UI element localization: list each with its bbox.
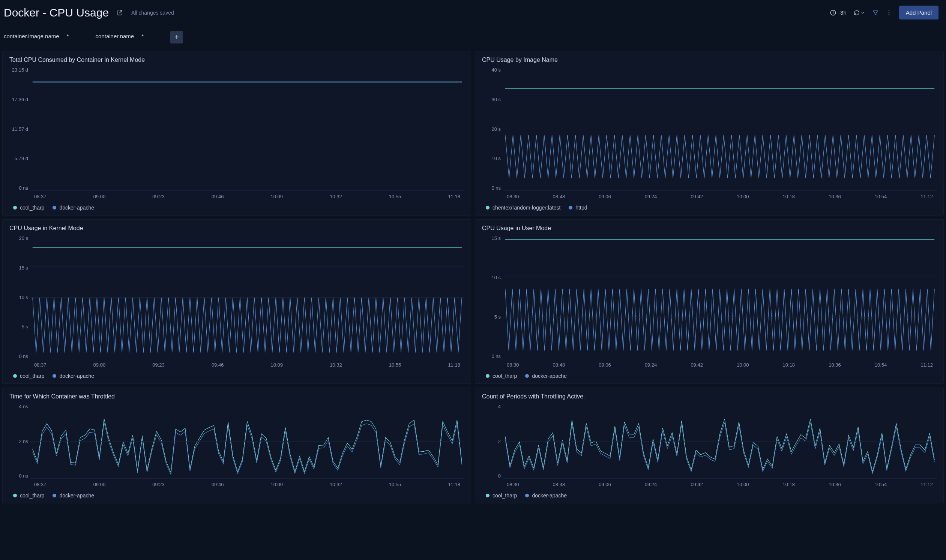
legend-label: docker-apache [532,492,567,498]
plot[interactable] [30,67,464,191]
y-tick: 10 s [491,275,501,280]
filters-bar: container.image.name * container.name * … [0,23,946,51]
time-range-picker[interactable]: -3h [830,9,847,16]
plot[interactable] [30,404,464,478]
plot[interactable] [503,235,937,359]
legend-item[interactable]: cool_tharp [13,492,44,498]
share-icon[interactable] [116,9,124,17]
panel-cpu-user-mode[interactable]: CPU Usage in User Mode15 s10 s5 s0 ns08:… [475,219,944,384]
y-tick: 20 s [19,235,28,241]
plot[interactable] [503,67,937,191]
grid-line [503,191,937,191]
x-tick: 09:00 [93,482,106,487]
x-tick: 08:48 [553,482,565,487]
legend-item[interactable]: chentex/random-logger:latest [486,205,560,211]
legend-item[interactable]: cool_tharp [13,205,44,211]
panel-throttle-periods[interactable]: Count of Periods with Throttling Active.… [475,388,944,503]
legend-item[interactable]: docker-apache [52,492,94,498]
legend-item[interactable]: docker-apache [525,492,567,498]
filter-container-name[interactable]: container.name * [96,33,161,41]
filter-label: container.image.name [4,33,59,39]
more-menu-button[interactable] [886,9,892,16]
x-tick: 09:24 [645,194,657,199]
x-tick: 09:06 [599,482,611,487]
svg-point-1 [889,10,889,11]
legend-item[interactable]: cool_tharp [486,492,517,498]
legend-label: cool_tharp [20,205,44,211]
panel-cpu-by-image[interactable]: CPU Usage by Image Name40 s30 s20 s10 s0… [475,51,944,215]
x-tick: 08:48 [553,362,565,368]
grid-line [30,191,464,191]
x-tick: 10:36 [829,194,841,199]
add-panel-button[interactable]: Add Panel [899,6,938,20]
grid-line [503,478,937,478]
filter-value[interactable]: * [139,33,161,41]
x-tick: 09:46 [211,482,224,487]
x-tick: 11:12 [920,362,933,368]
x-tick: 10:36 [829,482,841,487]
legend-item[interactable]: docker-apache [525,373,567,379]
filter-button[interactable] [872,9,879,16]
legend-item[interactable]: cool_tharp [486,373,517,379]
panel-throttle-time[interactable]: Time for Which Container was Throttled4 … [2,388,471,503]
x-tick: 10:54 [875,362,887,368]
x-tick: 10:00 [737,482,749,487]
x-tick: 08:37 [34,362,46,368]
grid-line [503,359,937,359]
filter-container-image-name[interactable]: container.image.name * [4,33,86,41]
filter-value[interactable]: * [64,33,86,41]
y-tick: 4 ns [19,404,28,409]
grid-line [503,160,937,160]
x-tick: 10:32 [330,482,342,487]
chart-area: 420 [482,404,937,478]
dashboard-header: Docker - CPU Usage All changes saved -3h… [0,0,946,23]
x-tick: 10:54 [875,482,887,487]
y-tick: 2 ns [19,438,28,444]
legend-label: docker-apache [59,205,94,211]
legend-dot-icon [569,206,573,209]
plot[interactable] [30,235,464,359]
legend-item[interactable]: cool_tharp [13,373,44,379]
x-tick: 10:00 [737,194,749,199]
legend-dot-icon [52,374,56,378]
x-tick: 09:46 [211,194,224,199]
y-tick: 40 s [491,67,501,73]
y-tick: 5.79 d [15,155,28,161]
x-tick: 09:23 [152,482,165,487]
x-axis: 08:3008:4809:0609:2409:4210:0010:1810:36… [503,194,937,199]
y-axis: 15 s10 s5 s0 ns [482,235,501,359]
x-tick: 10:00 [737,362,749,368]
x-axis: 08:3008:4809:0609:2409:4210:0010:1810:36… [503,482,937,487]
legend-label: cool_tharp [492,373,517,379]
panel-cpu-kernel-mode[interactable]: CPU Usage in Kernel Mode20 s15 s10 s5 s0… [2,219,471,384]
x-tick: 10:09 [271,194,283,199]
refresh-button[interactable] [853,9,865,16]
y-tick: 5 s [22,324,28,329]
plot[interactable] [503,404,937,478]
x-tick: 09:46 [211,362,224,368]
x-tick: 11:12 [920,194,933,199]
y-axis: 420 [482,404,501,478]
panel-title: Total CPU Consumed by Container in Kerne… [9,57,464,63]
x-tick: 10:32 [330,194,342,199]
legend-item[interactable]: docker-apache [52,205,94,211]
legend-label: cool_tharp [20,492,44,498]
y-tick: 30 s [491,97,501,102]
add-filter-button[interactable]: + [170,31,183,43]
panel-total-cpu-kernel[interactable]: Total CPU Consumed by Container in Kerne… [2,51,471,215]
x-tick: 08:30 [507,194,519,199]
y-tick: 0 ns [19,354,28,359]
x-axis: 08:3008:4809:0609:2409:4210:0010:1810:36… [503,362,937,368]
legend-label: cool_tharp [20,373,44,379]
svg-point-2 [889,12,889,13]
legend-item[interactable]: httpd [569,205,587,211]
filter-icon [872,9,879,16]
x-axis: 08:3709:0009:2309:4610:0910:3210:5511:18 [30,194,464,199]
legend-label: docker-apache [59,373,94,379]
more-vertical-icon [886,9,892,16]
grid-line [30,160,464,160]
filter-label: container.name [96,33,134,39]
x-axis: 08:3709:0009:2309:4610:0910:3210:5511:18 [30,362,464,368]
grid-line [503,98,937,98]
legend-item[interactable]: docker-apache [52,373,94,379]
